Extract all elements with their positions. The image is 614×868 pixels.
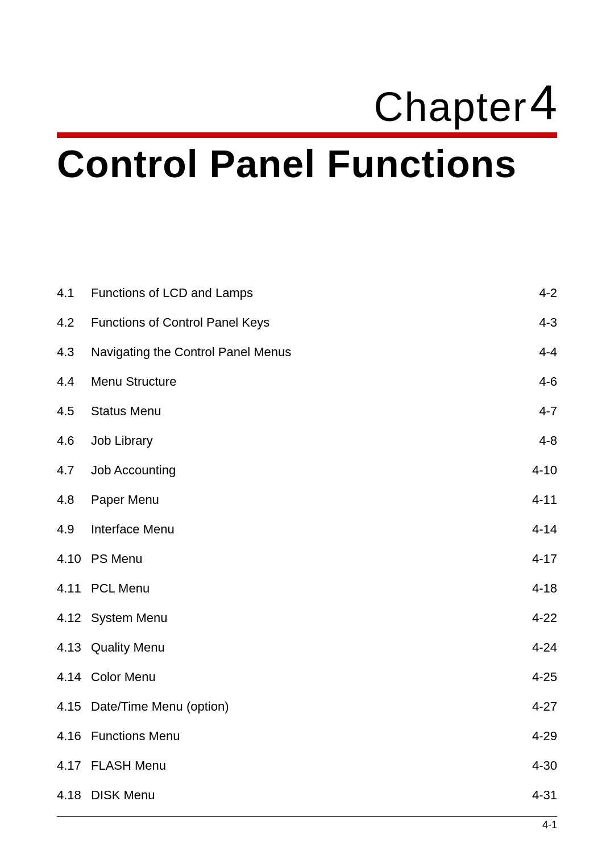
toc-row[interactable]: 4.2Functions of Control Panel Keys4-3 (57, 308, 557, 337)
toc-item-number: 4.2 (57, 308, 91, 337)
toc-row[interactable]: 4.3Navigating the Control Panel Menus4-4 (57, 337, 557, 367)
toc-row[interactable]: 4.10PS Menu4-17 (57, 544, 557, 574)
toc-item-page: 4-18 (505, 574, 557, 603)
toc-item-number: 4.15 (57, 692, 91, 721)
toc-row[interactable]: 4.5Status Menu4-7 (57, 397, 557, 426)
toc-item-page: 4-8 (505, 426, 557, 456)
toc-item-page: 4-22 (505, 603, 557, 633)
toc-row[interactable]: 4.4Menu Structure4-6 (57, 367, 557, 397)
chapter-header: Chapter 4 Control Panel Functions (57, 74, 557, 185)
toc-item-number: 4.8 (57, 485, 91, 515)
toc-item-number: 4.14 (57, 662, 91, 692)
footer-divider (57, 816, 557, 817)
toc-item-number: 4.6 (57, 426, 91, 456)
chapter-number: 4 (530, 74, 557, 130)
toc-item-number: 4.13 (57, 633, 91, 662)
toc-row[interactable]: 4.1Functions of LCD and Lamps4-2 (57, 278, 557, 308)
toc-table: 4.1Functions of LCD and Lamps4-24.2Funct… (57, 278, 557, 810)
chapter-label: Chapter (374, 84, 528, 130)
toc-item-number: 4.7 (57, 456, 91, 485)
toc-item-label: PCL Menu (91, 574, 505, 603)
toc-item-page: 4-10 (505, 456, 557, 485)
toc-row[interactable]: 4.9Interface Menu4-14 (57, 515, 557, 544)
toc-row[interactable]: 4.6Job Library4-8 (57, 426, 557, 456)
toc-item-page: 4-24 (505, 633, 557, 662)
toc-row[interactable]: 4.13Quality Menu4-24 (57, 633, 557, 662)
toc-item-page: 4-31 (505, 781, 557, 810)
toc-item-number: 4.16 (57, 721, 91, 751)
toc-item-label: Quality Menu (91, 633, 505, 662)
toc-item-label: Status Menu (91, 397, 505, 426)
toc-item-page: 4-7 (505, 397, 557, 426)
toc-row[interactable]: 4.11PCL Menu4-18 (57, 574, 557, 603)
toc-row[interactable]: 4.17FLASH Menu4-30 (57, 751, 557, 781)
toc-item-label: PS Menu (91, 544, 505, 574)
toc-row[interactable]: 4.12System Menu4-22 (57, 603, 557, 633)
toc-item-page: 4-14 (505, 515, 557, 544)
toc-item-page: 4-17 (505, 544, 557, 574)
toc-item-label: Job Accounting (91, 456, 505, 485)
toc-item-page: 4-25 (505, 662, 557, 692)
toc-item-number: 4.1 (57, 278, 91, 308)
page: Chapter 4 Control Panel Functions 4.1Fun… (0, 0, 614, 868)
toc-item-number: 4.4 (57, 367, 91, 397)
toc-item-label: Functions Menu (91, 721, 505, 751)
toc-item-page: 4-4 (505, 337, 557, 367)
toc-item-page: 4-30 (505, 751, 557, 781)
toc-item-number: 4.12 (57, 603, 91, 633)
table-of-contents: 4.1Functions of LCD and Lamps4-24.2Funct… (57, 278, 557, 810)
toc-item-page: 4-6 (505, 367, 557, 397)
toc-item-number: 4.10 (57, 544, 91, 574)
toc-item-number: 4.3 (57, 337, 91, 367)
toc-row[interactable]: 4.15Date/Time Menu (option)4-27 (57, 692, 557, 721)
toc-item-page: 4-11 (505, 485, 557, 515)
footer-page-number: 4-1 (542, 819, 557, 831)
chapter-line: Chapter 4 (57, 74, 557, 130)
chapter-title: Control Panel Functions (57, 143, 557, 185)
toc-item-number: 4.5 (57, 397, 91, 426)
toc-item-label: Interface Menu (91, 515, 505, 544)
toc-item-number: 4.11 (57, 574, 91, 603)
toc-item-label: Functions of LCD and Lamps (91, 278, 505, 308)
toc-item-page: 4-29 (505, 721, 557, 751)
toc-row[interactable]: 4.16Functions Menu4-29 (57, 721, 557, 751)
toc-row[interactable]: 4.18DISK Menu4-31 (57, 781, 557, 810)
toc-item-page: 4-3 (505, 308, 557, 337)
toc-item-label: FLASH Menu (91, 751, 505, 781)
red-divider (57, 132, 557, 138)
toc-item-number: 4.17 (57, 751, 91, 781)
toc-item-label: System Menu (91, 603, 505, 633)
toc-item-label: Date/Time Menu (option) (91, 692, 505, 721)
toc-item-number: 4.9 (57, 515, 91, 544)
toc-item-label: Color Menu (91, 662, 505, 692)
toc-item-page: 4-2 (505, 278, 557, 308)
toc-item-label: Menu Structure (91, 367, 505, 397)
toc-item-page: 4-27 (505, 692, 557, 721)
toc-item-label: Job Library (91, 426, 505, 456)
toc-row[interactable]: 4.7Job Accounting4-10 (57, 456, 557, 485)
toc-item-label: Paper Menu (91, 485, 505, 515)
toc-item-number: 4.18 (57, 781, 91, 810)
toc-item-label: DISK Menu (91, 781, 505, 810)
toc-item-label: Navigating the Control Panel Menus (91, 337, 505, 367)
toc-row[interactable]: 4.14Color Menu4-25 (57, 662, 557, 692)
toc-row[interactable]: 4.8Paper Menu4-11 (57, 485, 557, 515)
toc-item-label: Functions of Control Panel Keys (91, 308, 505, 337)
